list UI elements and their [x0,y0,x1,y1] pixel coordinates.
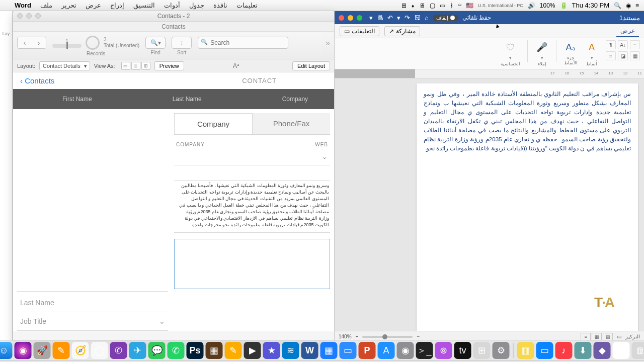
shading-icon[interactable]: ◪ [618,51,628,60]
fm-find-button[interactable]: 🔍▾ [145,37,166,49]
fm-company-field-2[interactable] [174,165,330,180]
word-body-text[interactable]: س بإشراف مراقب التعليم الثانوي بالمنطقة … [424,89,631,153]
qat-print-icon[interactable]: 🖶 [377,14,383,22]
fm-notes-box[interactable] [174,239,330,289]
dock-calendar[interactable]: 12 [613,342,630,359]
dropbox-icon[interactable]: ⬧ [411,2,415,9]
indent-icon[interactable]: ≡ [630,40,640,49]
dock-telegram[interactable]: ✈ [129,342,146,359]
word-titlebar[interactable]: ▾ 🖶 ↶ ▾ ↷ 🖫 ⌂ إيقاف حفظ تلقائي مستند1 [335,11,644,24]
bluetooth-icon[interactable]: ᚼ [450,2,453,9]
fm-text-format-button[interactable]: Aᵃ [233,62,239,69]
styles-pane-icon[interactable]: Aₐ [564,40,578,54]
input-source-flag[interactable]: 🇺🇸 [466,2,473,9]
input-source-name[interactable]: U.S. International - PC [478,3,523,8]
wifi-icon[interactable]: ⌔ [458,2,461,9]
qat-undo-icon[interactable]: ↷ [405,14,410,22]
dock-app-6[interactable]: ⬇ [575,342,592,359]
fm-search-input[interactable] [198,37,288,49]
fm-titlebar[interactable]: Contacts - 2 [13,11,334,22]
fm-tab-company[interactable]: Company [174,113,253,134]
dock-settings[interactable]: ⚙ [493,342,510,359]
airplay-icon[interactable]: ▢ [430,2,435,9]
fm-view-list-icon[interactable]: ≣ [131,62,140,70]
word-traffic-lights[interactable] [339,15,362,21]
zoom-out-button[interactable]: − [417,334,420,339]
fm-found-set-pie[interactable] [86,36,100,50]
notification-center-icon[interactable]: ≡ [635,2,639,9]
dictate-icon[interactable]: 🎤 [535,40,549,54]
focus-icon[interactable]: ▭ [617,334,621,339]
dock-podcasts[interactable]: ⊚ [435,342,452,359]
dock-stickies[interactable]: ▥ [517,342,534,359]
menu-help[interactable]: تعليمات [232,2,262,9]
fm-edit-layout-button[interactable]: Edit Layout [292,61,330,70]
fm-job-title-field[interactable]: Job Title ⌄ [17,312,168,331]
dock-appstore[interactable]: A [378,342,395,359]
fm-prev-record-button[interactable]: ‹ [18,37,32,48]
fm-notes-text[interactable]: وسريع ونمو المعارف وثورة المعلومات الشبك… [174,180,330,230]
dock-pages[interactable]: ✎ [53,342,70,359]
menu-edit[interactable]: تحرير [57,2,81,9]
dock-powerpoint[interactable]: P [359,342,376,359]
sensitivity-icon[interactable]: 🛡 [504,40,518,54]
dock-keynote[interactable]: ▭ [536,342,553,359]
pilcrow-icon[interactable]: ¶ [606,40,616,49]
dock-app-1[interactable]: ▦ [206,342,223,359]
dock-app-2[interactable]: ✎ [225,342,242,359]
focus-mode-label[interactable]: التركيز [625,334,640,339]
menu-view[interactable]: عرض [81,2,106,9]
dock-music[interactable]: ♪ [555,342,573,359]
dock-activity[interactable]: ◉ [397,342,414,359]
dock-viber[interactable]: ✆ [110,342,127,359]
menu-format[interactable]: التنسيق [129,2,159,9]
border-icon[interactable]: ▦ [630,51,640,60]
dock-terminal[interactable]: ＞_ [416,342,433,359]
word-autosave-toggle[interactable]: إيقاف [433,15,458,21]
fm-record-slider[interactable] [52,44,82,48]
siri-menubar-icon[interactable]: ◉ [626,2,631,9]
menu-table[interactable]: جدول [185,2,209,9]
word-comments-button[interactable]: التعليقات ▭ [340,26,379,36]
dock-chrome[interactable]: ◯ [91,342,108,359]
screenshare-icon[interactable]: ▭ [440,2,445,9]
spotlight-icon[interactable]: 🔍 [614,2,621,9]
dock-safari[interactable]: 🧭 [72,342,89,359]
dock-messages[interactable]: 💬 [148,342,166,359]
dock-vscode[interactable]: ≋ [282,342,299,359]
menu-file[interactable]: ملف [36,2,57,9]
dock-imovie[interactable]: ★ [263,342,280,359]
word-tab-view[interactable]: عرض [616,25,639,37]
dock-finder[interactable]: ☺ [0,342,13,359]
align-icon[interactable]: ≡ [606,51,616,60]
fm-tab-phone[interactable]: Phone/Fax [253,113,330,134]
word-share-button[interactable]: مشاركة ↗ [384,26,420,36]
fm-expand-button[interactable]: » [326,39,330,48]
dock-photoshop[interactable]: Ps [187,342,204,359]
battery-icon[interactable]: 🔋 [560,2,568,9]
qat-save-icon[interactable]: 🖫 [414,14,421,22]
fm-breadcrumb-back[interactable]: ‹ Contacts [20,76,54,85]
zoom-value[interactable]: 140% [339,334,352,339]
zoom-slider[interactable] [362,336,413,338]
fm-view-table-icon[interactable]: ⊞ [141,62,150,70]
qat-redo-icon[interactable]: ↶ [387,14,393,22]
dock-whatsapp[interactable]: ✆ [168,342,185,359]
qat-home-icon[interactable]: ⌂ [425,14,429,22]
volume-icon[interactable]: 🔊 [528,2,535,9]
dock-trash[interactable]: 🗑 [632,342,645,359]
fm-traffic-lights[interactable] [17,13,41,19]
fm-next-record-button[interactable]: › [32,37,46,48]
dock-app-3[interactable]: ▶ [244,342,261,359]
qat-undo-chev-icon[interactable]: ▾ [397,14,400,22]
dock-launchpad[interactable]: 🚀 [34,342,51,359]
menubar-clock[interactable]: Thu 4:30 PM [572,2,609,9]
menu-window[interactable]: نافذة [209,2,232,9]
fm-view-form-icon[interactable]: ▭ [121,62,130,70]
fm-layout-select[interactable]: Contact Details [39,61,90,70]
menu-insert[interactable]: إدراج [106,2,129,9]
fm-preview-button[interactable]: Preview [154,61,184,70]
display-icon[interactable]: 🖥 [419,2,425,9]
dock-app-7[interactable]: ◆ [594,342,611,359]
qat-menu-icon[interactable]: ▾ [369,14,373,22]
